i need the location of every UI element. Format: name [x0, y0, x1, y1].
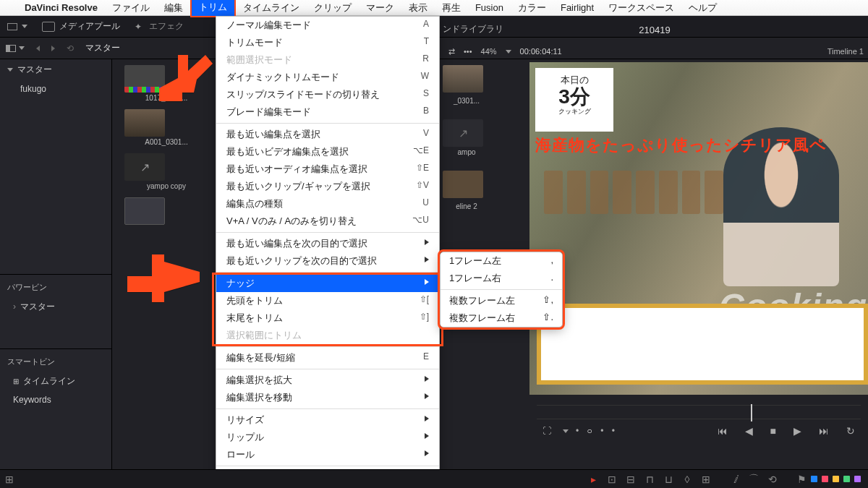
viewer-title-bar: 210419	[441, 22, 868, 38]
menu-item[interactable]: トリムモードT	[216, 34, 439, 51]
bin-thumb[interactable]	[124, 197, 165, 225]
viewer-tool-icon[interactable]: ⇄	[448, 47, 455, 56]
sidebar-smart-keywords[interactable]: Keywords	[0, 391, 111, 408]
menu-item[interactable]: 最も近いクリップ/ギャップを選択⇧V	[216, 178, 439, 195]
menu-item[interactable]: スリップ/スライドモードの切り替えS	[216, 86, 439, 103]
media-pool-icon	[42, 22, 55, 32]
menu-item[interactable]: 編集を延長/短縮E	[216, 349, 439, 367]
menu-item[interactable]: 最も近い編集点を選択V	[216, 126, 439, 143]
timeline-label[interactable]: Timeline 1	[827, 47, 868, 56]
menu-クリップ[interactable]: クリップ	[307, 0, 359, 16]
magnet-icon[interactable]: ⌒	[744, 473, 763, 486]
tool-icon[interactable]: ⊡	[603, 474, 621, 485]
menu-ワークスペース[interactable]: ワークスペース	[601, 0, 681, 16]
scrub-bar[interactable]	[537, 405, 861, 419]
color-tag[interactable]	[854, 476, 861, 482]
clip-thumb[interactable]	[443, 65, 483, 93]
flag-icon[interactable]: ⚑	[792, 474, 811, 485]
timeline-thumb[interactable]	[443, 171, 483, 198]
stop-icon[interactable]: ■	[766, 425, 780, 437]
color-tag[interactable]	[833, 476, 839, 482]
menu-item[interactable]: 編集選択を拡大	[216, 372, 439, 389]
menu-item[interactable]: 最も近いクリップを次の目的で選択	[216, 252, 439, 270]
menu-item[interactable]: ダイナミックトリムモードW	[216, 69, 439, 86]
menu-Fairlight[interactable]: Fairlight	[553, 0, 601, 16]
color-tags[interactable]	[811, 476, 861, 482]
menu-表示[interactable]: 表示	[401, 0, 435, 16]
menu-マーク[interactable]: マーク	[359, 0, 401, 16]
menu-item[interactable]: 編集点の種類U	[216, 195, 439, 213]
page-cut-icon[interactable]: ⊞	[0, 474, 19, 485]
clip-thumb[interactable]: ↗	[443, 119, 483, 147]
arrow-tool-icon[interactable]: ▸	[584, 474, 603, 485]
play-reverse-icon[interactable]: ◀	[741, 425, 757, 437]
submenu-item[interactable]: 1フレーム右.	[441, 270, 562, 287]
menu-タイムライン[interactable]: タイムライン	[236, 0, 307, 16]
sidebar-powerbins-header[interactable]: パワービン	[0, 278, 111, 297]
tool-icon[interactable]: ◊	[678, 474, 697, 485]
menu-item[interactable]: ナッジ	[216, 275, 439, 292]
sidebar-smartbins-header[interactable]: スマートビン	[0, 352, 111, 372]
viewer-more-icon[interactable]: •••	[464, 47, 472, 56]
menu-編集[interactable]: 編集	[157, 0, 190, 16]
jump-start-icon[interactable]: ⏮	[713, 425, 732, 437]
jump-end-icon[interactable]: ⏭	[814, 425, 833, 437]
sidebar-item-fukugo[interactable]: fukugo	[0, 80, 111, 98]
layout-toggle[interactable]	[0, 45, 30, 52]
annotation-hand-icon	[152, 45, 221, 110]
menu-ファイル[interactable]: ファイル	[105, 0, 157, 16]
color-tag[interactable]	[811, 476, 817, 482]
submenu-item[interactable]: 複数フレーム右⇧.	[441, 309, 562, 327]
clip-thumb[interactable]: ↗	[124, 153, 165, 181]
submenu-item[interactable]: 1フレーム左,	[441, 252, 562, 270]
menu-トリム[interactable]: トリム	[190, 0, 236, 17]
submenu-item[interactable]: 複数フレーム左⇧,	[441, 292, 562, 309]
menu-item[interactable]: リップル	[216, 429, 439, 446]
tool-icon[interactable]: ⊔	[659, 474, 678, 485]
tool-icon[interactable]: ⊞	[697, 474, 715, 485]
effects-tab[interactable]: エフェク	[127, 20, 191, 33]
zoom-level[interactable]: 44%	[481, 47, 497, 56]
menu-item[interactable]: 最も近い編集点を次の目的で選択	[216, 235, 439, 252]
expand-toggle[interactable]	[0, 23, 35, 30]
link-tool-icon[interactable]: ⅈ	[726, 474, 744, 485]
menu-item[interactable]: ノーマル編集モードA	[216, 17, 439, 34]
menu-item[interactable]: 先頭をトリム⇧[	[216, 292, 439, 309]
media-pool-tab[interactable]: メディアプール	[35, 20, 127, 33]
marker-dots: • ○ • •	[576, 426, 618, 436]
color-tag[interactable]	[843, 476, 850, 482]
menu-item[interactable]: ロール	[216, 446, 439, 463]
menu-item[interactable]: 最も近いビデオ編集点を選択⌥E	[216, 143, 439, 160]
clip-label: A001_0301...	[123, 138, 210, 146]
sidebar-powerbins-master[interactable]: ›マスター	[0, 297, 111, 317]
loop-icon[interactable]: ↻	[842, 425, 859, 437]
sidebar-smart-timeline[interactable]: ⊞タイムライン	[0, 372, 111, 391]
color-tag[interactable]	[822, 476, 828, 482]
nav-back[interactable]	[30, 46, 46, 51]
nav-fwd[interactable]	[46, 46, 61, 51]
menu-item[interactable]: 末尾をトリム⇧]	[216, 309, 439, 327]
tool-icon[interactable]: ⊟	[621, 474, 640, 485]
menu-item[interactable]: リサイズ	[216, 411, 439, 429]
menu-item[interactable]: V+A / Vのみ / Aのみを切り替え⌥U	[216, 213, 439, 230]
menu-カラー[interactable]: カラー	[511, 0, 553, 16]
timecode[interactable]: 00:06:04:11	[520, 47, 562, 56]
crop-icon[interactable]: ⛶	[538, 426, 556, 436]
sidebar-master-header[interactable]: マスター	[0, 59, 111, 80]
menu-item[interactable]: 編集選択を移動	[216, 389, 439, 406]
clip-thumb[interactable]	[124, 109, 165, 137]
menu-item[interactable]: 最も近いオーディオ編集点を選択⇧E	[216, 160, 439, 178]
breadcrumb-master[interactable]: マスター	[80, 42, 126, 54]
source-viewer[interactable]: 本日の 3分 クッキング 海産物をたっぷり使ったシチリア風ペ Cooking	[529, 62, 868, 395]
menu-ヘルプ[interactable]: ヘルプ	[681, 0, 724, 16]
playhead-icon[interactable]	[751, 404, 752, 421]
chain-icon[interactable]: ⟲	[763, 474, 782, 485]
project-title: 210419	[639, 25, 670, 35]
menu-再生[interactable]: 再生	[435, 0, 468, 16]
play-icon[interactable]: ▶	[789, 425, 806, 437]
menu-Fusion[interactable]: Fusion	[468, 0, 511, 16]
menu-item[interactable]: ブレード編集モードB	[216, 103, 439, 121]
link-icon[interactable]: ⟲	[61, 43, 80, 53]
sound-library-tab[interactable]: ンドライブラリ	[443, 23, 503, 35]
tool-icon[interactable]: ⊓	[640, 474, 659, 485]
